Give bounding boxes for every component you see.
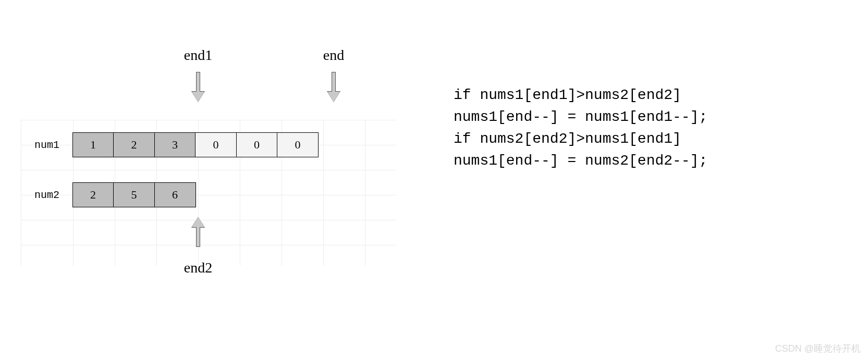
label-end: end: [313, 47, 354, 64]
array-num1-label: num1: [21, 139, 73, 151]
code-line-1: if nums1[end1]>nums2[end2]: [454, 87, 681, 103]
arrow-up-icon: [193, 218, 203, 247]
label-end2: end2: [177, 259, 219, 276]
cell-num1-2: 3: [154, 132, 196, 157]
label-end1: end1: [177, 47, 219, 64]
code-line-4: nums1[end--] = nums2[end2--];: [454, 153, 707, 169]
arrow-down-icon: [193, 72, 203, 101]
array-num2-row: num2 2 5 6: [21, 182, 196, 207]
code-line-3: if nums2[end2]>nums1[end1]: [454, 131, 681, 147]
cell-num1-4: 0: [236, 132, 278, 157]
cell-num1-0: 1: [72, 132, 114, 157]
cell-num1-3: 0: [195, 132, 237, 157]
watermark: CSDN @睡觉待开机: [775, 342, 861, 355]
cell-num2-0: 2: [72, 182, 114, 207]
cell-num2-1: 5: [113, 182, 155, 207]
code-line-2: nums1[end--] = nums1[end1--];: [454, 109, 707, 125]
cell-num1-1: 2: [113, 132, 155, 157]
cell-num1-5: 0: [277, 132, 319, 157]
arrow-down-icon: [328, 72, 339, 101]
array-num1-row: num1 1 2 3 0 0 0: [21, 132, 319, 157]
cell-num2-2: 6: [154, 182, 196, 207]
diagram-area: end1 end num1 1 2 3 0 0 0 num2 2 5 6 end…: [21, 31, 396, 323]
array-num2-label: num2: [21, 189, 73, 201]
code-block: if nums1[end1]>nums2[end2] nums1[end--] …: [454, 84, 707, 172]
